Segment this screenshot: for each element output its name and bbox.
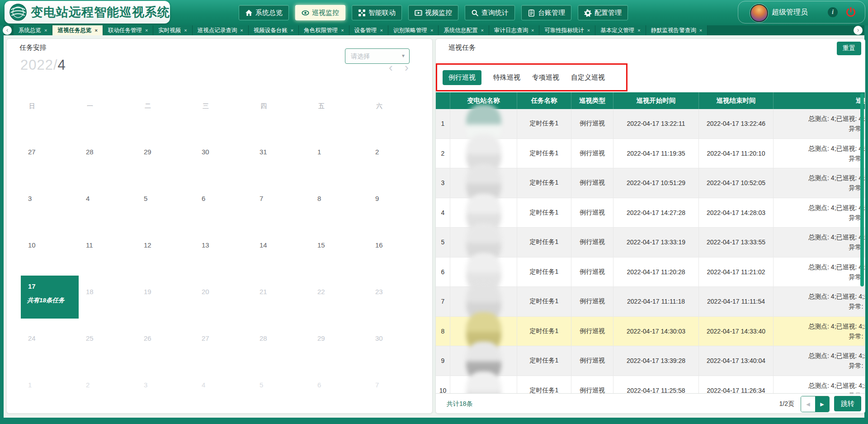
close-tab-icon[interactable]: × xyxy=(380,28,383,33)
calendar-day[interactable]: 4 xyxy=(202,381,205,389)
calendar-day[interactable]: 25 xyxy=(86,334,94,342)
calendar-day[interactable]: 29 xyxy=(317,334,325,342)
info-icon[interactable]: i xyxy=(828,7,838,17)
avatar[interactable] xyxy=(750,4,768,22)
next-page-button[interactable]: ▶ xyxy=(815,396,829,412)
close-tab-icon[interactable]: × xyxy=(184,28,187,33)
reset-button[interactable]: 重置 xyxy=(837,42,861,55)
calendar-day[interactable]: 30 xyxy=(375,334,383,342)
table-row[interactable]: 3定时任务1例行巡视2022-04-17 10:51:292022-04-17 … xyxy=(436,168,865,198)
nav-button-search[interactable]: 查询统计 xyxy=(465,5,515,20)
calendar-day[interactable]: 16 xyxy=(375,241,383,249)
calendar-day[interactable]: 5 xyxy=(144,195,147,202)
calendar-day[interactable]: 1 xyxy=(28,381,32,389)
table-row[interactable]: 5定时任务1例行巡视2022-04-17 13:33:192022-04-17 … xyxy=(436,228,865,257)
table-row[interactable]: 7定时任务1例行巡视2022-04-17 11:11:182022-04-17 … xyxy=(436,287,865,317)
calendar-prev-icon[interactable]: ‹ xyxy=(389,61,393,75)
workspace-tab[interactable]: 实时视频× xyxy=(153,25,192,35)
calendar-next-icon[interactable]: › xyxy=(405,61,409,75)
calendar-day[interactable]: 23 xyxy=(375,288,383,295)
table-scrollbar[interactable] xyxy=(860,93,864,286)
close-tab-icon[interactable]: × xyxy=(240,28,243,33)
close-tab-icon[interactable]: × xyxy=(145,28,148,33)
calendar-day[interactable]: 2 xyxy=(86,381,90,389)
patrol-type-tab[interactable]: 特殊巡视 xyxy=(493,73,520,82)
workspace-tab[interactable]: 系统信息配置× xyxy=(439,25,489,35)
calendar-day[interactable]: 24 xyxy=(28,334,36,342)
calendar-day[interactable]: 28 xyxy=(86,148,94,156)
calendar-day[interactable]: 15 xyxy=(317,241,325,249)
table-row[interactable]: 6定时任务1例行巡视2022-04-17 11:20:282022-04-17 … xyxy=(436,257,865,287)
table-row[interactable]: 10定时任务1例行巡视2022-04-17 11:25:582022-04-17… xyxy=(436,376,865,394)
calendar-day[interactable]: 27 xyxy=(202,334,209,342)
calendar-day[interactable]: 11 xyxy=(86,241,93,249)
calendar-day[interactable]: 2 xyxy=(375,148,379,156)
calendar-day[interactable]: 8 xyxy=(317,195,321,202)
calendar-day[interactable]: 29 xyxy=(144,148,151,156)
workspace-tab[interactable]: 静默监视告警查询× xyxy=(646,25,708,35)
nav-button-home[interactable]: 系统总览 xyxy=(239,5,289,20)
close-tab-icon[interactable]: × xyxy=(699,28,702,33)
close-tab-icon[interactable]: × xyxy=(341,28,344,33)
jump-button[interactable]: 跳转 xyxy=(834,396,861,411)
close-tab-icon[interactable]: × xyxy=(481,28,483,33)
close-tab-icon[interactable]: × xyxy=(291,28,293,33)
workspace-tab[interactable]: 巡视任务总览× xyxy=(52,25,103,35)
table-row[interactable]: 4定时任务1例行巡视2022-04-17 14:27:282022-04-17 … xyxy=(436,198,865,228)
workspace-tab[interactable]: 识别策略管理× xyxy=(388,25,439,35)
calendar-day[interactable]: 21 xyxy=(259,288,267,295)
calendar-day[interactable]: 19 xyxy=(144,288,151,295)
workspace-tab[interactable]: 视频设备台账× xyxy=(249,25,299,35)
calendar-day[interactable]: 3 xyxy=(28,195,32,202)
calendar-day[interactable]: 3 xyxy=(144,381,147,389)
nav-button-smart-link[interactable]: 智能联动 xyxy=(352,5,402,20)
table-row[interactable]: 2定时任务1例行巡视2022-04-17 11:19:352022-04-17 … xyxy=(436,139,865,169)
table-row[interactable]: 1定时任务1例行巡视2022-04-17 13:22:112022-04-17 … xyxy=(436,109,865,139)
calendar-day[interactable]: 9 xyxy=(375,195,379,202)
calendar-day[interactable]: 10 xyxy=(28,241,36,249)
calendar-selected-day[interactable]: 17共有18条任务 xyxy=(21,276,79,319)
workspace-tab[interactable]: 巡视点记录查询× xyxy=(193,25,249,35)
nav-button-ledger[interactable]: 台账管理 xyxy=(521,5,571,20)
calendar-day[interactable]: 26 xyxy=(144,334,151,342)
calendar-day[interactable]: 30 xyxy=(202,148,209,156)
table-row[interactable]: 9定时任务1例行巡视2022-04-17 13:39:282022-04-17 … xyxy=(436,346,865,376)
tab-scroll-right-icon[interactable]: › xyxy=(854,26,863,35)
workspace-tab[interactable]: 基本定义管理× xyxy=(595,25,646,35)
calendar-day[interactable]: 14 xyxy=(259,241,267,249)
table-row[interactable]: 8定时任务1例行巡视2022-04-17 14:30:032022-04-17 … xyxy=(436,317,865,347)
close-tab-icon[interactable]: × xyxy=(44,28,47,33)
calendar-day[interactable]: 20 xyxy=(202,288,209,295)
nav-button-gear[interactable]: 配置管理 xyxy=(578,5,628,20)
workspace-tab[interactable]: 系统总览× xyxy=(14,25,52,35)
close-tab-icon[interactable]: × xyxy=(430,28,433,33)
calendar-day[interactable]: 7 xyxy=(375,381,379,389)
workspace-tab[interactable]: 可靠性指标统计× xyxy=(539,25,595,35)
calendar-day[interactable]: 4 xyxy=(86,195,90,202)
calendar-day[interactable]: 31 xyxy=(259,148,267,156)
close-tab-icon[interactable]: × xyxy=(637,28,640,33)
prev-page-button[interactable]: ◀ xyxy=(801,396,815,412)
tab-scroll-left-icon[interactable]: ‹ xyxy=(3,26,12,35)
close-tab-icon[interactable]: × xyxy=(531,28,534,33)
patrol-type-tab[interactable]: 例行巡视 xyxy=(443,70,481,85)
close-tab-icon[interactable]: × xyxy=(587,28,590,33)
calendar-day[interactable]: 6 xyxy=(317,381,321,389)
calendar-day[interactable]: 12 xyxy=(144,241,151,249)
calendar-day[interactable]: 28 xyxy=(259,334,267,342)
calendar-day[interactable]: 7 xyxy=(259,195,263,202)
calendar-day[interactable]: 6 xyxy=(202,195,205,202)
close-tab-icon[interactable]: × xyxy=(94,28,97,33)
nav-button-video[interactable]: 视频监控 xyxy=(408,5,458,20)
calendar-day[interactable]: 18 xyxy=(86,288,94,295)
calendar-day[interactable]: 1 xyxy=(317,148,321,156)
workspace-tab[interactable]: 审计日志查询× xyxy=(489,25,539,35)
calendar-day[interactable]: 27 xyxy=(28,148,36,156)
task-filter-select[interactable]: 请选择 ▾ xyxy=(345,48,410,64)
nav-button-eye[interactable]: 巡视监控 xyxy=(295,5,345,20)
workspace-tab[interactable]: 联动任务管理× xyxy=(103,25,153,35)
patrol-type-tab[interactable]: 专项巡视 xyxy=(532,73,559,82)
calendar-day[interactable]: 13 xyxy=(202,241,209,249)
patrol-type-tab[interactable]: 自定义巡视 xyxy=(571,73,605,82)
power-icon[interactable] xyxy=(845,6,857,18)
